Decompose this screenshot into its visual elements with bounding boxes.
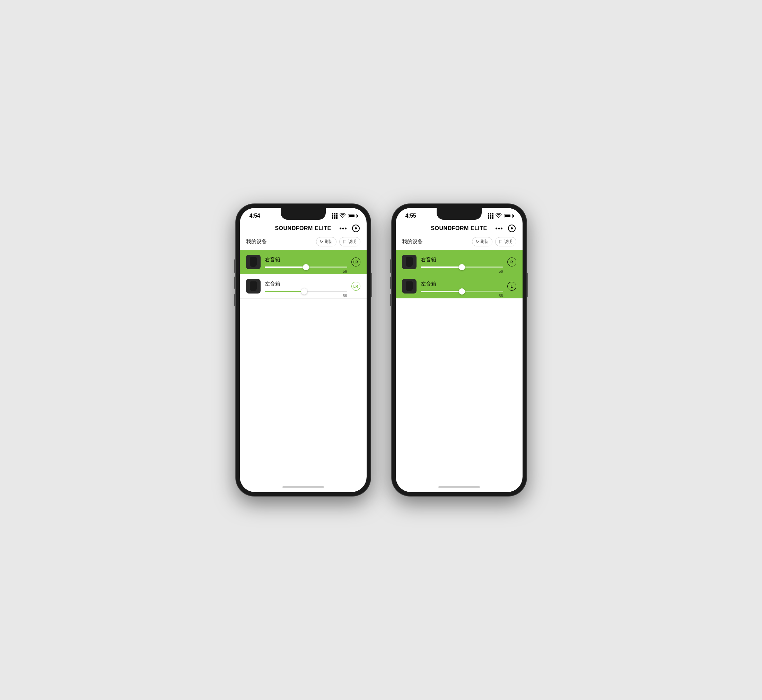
time-right: 4:55 [406,213,416,219]
help-button-right[interactable]: 目 说明 [495,237,516,246]
volume-value-left-1: 56 [343,294,347,298]
refresh-icon-right: ↻ [476,239,479,244]
device-card-left-1[interactable]: 左音箱 56 LR [240,274,367,299]
slider-track-left-0 [265,267,347,268]
header-icons-left: ••• [340,225,360,232]
sub-header-right: 我的设备 ↻ 刷新 目 说明 [396,235,523,250]
slider-thumb-right-0[interactable] [459,264,465,270]
section-title-left: 我的设备 [246,238,267,245]
slider-thumb-right-1[interactable] [459,288,465,295]
speaker-icon-left-0 [246,255,261,269]
wifi-icon-right [495,214,502,218]
volume-slider-left-0[interactable]: 56 [265,267,347,268]
app-title-right: SOUNDFORM ELITE [431,225,487,231]
volume-value-right-1: 56 [499,294,503,298]
refresh-button-left[interactable]: ↻ 刷新 [316,237,336,246]
vol-up-button[interactable] [234,277,236,289]
device-name-left-1: 左音箱 [265,281,347,287]
card-right-right-1: L [507,282,516,291]
volume-slider-right-1[interactable]: 56 [421,291,503,292]
more-options-icon-right[interactable]: ••• [495,225,503,232]
home-indicator-right [396,482,523,492]
channel-badge-left-0: LR [351,258,361,267]
status-icons-left [332,213,357,219]
notch-left [281,208,326,220]
target-icon-left[interactable] [352,225,360,232]
status-icons-right [488,213,513,219]
phone-left-screen: 4:54 [240,208,367,492]
help-icon-left: 目 [343,239,347,244]
refresh-label-left: 刷新 [324,239,333,245]
header-icons-right: ••• [495,225,515,232]
phone-left: 4:54 [236,204,371,496]
card-right-right-0: R [507,258,516,267]
refresh-button-right[interactable]: ↻ 刷新 [472,237,492,246]
device-card-right-1[interactable]: 左音箱 56 L [396,274,523,298]
section-title-right: 我的设备 [402,238,423,245]
phone-right-screen: 4:55 [396,208,523,492]
volume-value-right-0: 56 [499,269,503,273]
device-info-left-1: 左音箱 56 [265,281,347,292]
slider-thumb-left-0[interactable] [303,264,309,270]
battery-icon-right [504,214,513,218]
device-name-right-1: 左音箱 [421,281,503,287]
device-card-left-0[interactable]: 右音箱 56 LR [240,250,367,274]
home-indicator-left [240,482,367,492]
content-area-left: 右音箱 56 LR [240,250,367,482]
volume-slider-left-1[interactable]: 56 [265,291,347,292]
device-info-right-0: 右音箱 56 [421,256,503,268]
slider-track-right-1 [421,291,503,292]
card-right-left-1: LR [351,282,361,291]
refresh-label-right: 刷新 [480,239,489,245]
device-info-right-1: 左音箱 56 [421,281,503,292]
page-container: 4:54 [236,204,527,496]
volume-value-left-0: 56 [343,269,347,273]
vol-up-button-right[interactable] [390,277,392,289]
slider-fill-left-0 [265,267,306,268]
notch-right [437,208,482,220]
device-name-right-0: 右音箱 [421,256,503,263]
content-area-right: 右音箱 56 R [396,250,523,482]
wifi-icon-left [340,214,346,218]
help-icon-right: 目 [499,239,503,244]
slider-track-left-1 [265,291,347,292]
slider-fill-right-0 [421,267,462,268]
battery-fill-left [348,214,354,217]
device-card-right-0[interactable]: 右音箱 56 R [396,250,523,274]
target-icon-right[interactable] [508,225,515,232]
battery-icon-left [348,214,357,218]
header-buttons-right: ↻ 刷新 目 说明 [472,237,516,246]
speaker-icon-right-1 [402,279,417,294]
app-header-left: SOUNDFORM ELITE ••• [240,222,367,235]
grid-icon-left [332,213,337,219]
channel-badge-left-1: LR [351,282,361,291]
help-label-left: 说明 [348,239,356,245]
more-options-icon-left[interactable]: ••• [340,225,347,232]
slider-track-right-0 [421,267,503,268]
home-bar-left [283,486,324,488]
channel-badge-right-1: L [507,282,516,291]
slider-fill-left-1 [265,291,304,292]
slider-fill-right-1 [421,291,462,292]
device-info-left-0: 右音箱 56 [265,256,347,268]
vol-down-button[interactable] [234,294,236,306]
phone-right: 4:55 [392,204,527,496]
header-buttons-left: ↻ 刷新 目 说明 [316,237,361,246]
slider-thumb-left-1[interactable] [301,288,308,295]
volume-slider-right-0[interactable]: 56 [421,267,503,268]
device-name-left-0: 右音箱 [265,256,347,263]
channel-badge-right-0: R [507,258,516,267]
vol-down-button-right[interactable] [390,294,392,306]
time-left: 4:54 [250,213,260,219]
home-bar-right [438,486,480,488]
grid-icon-right [488,213,493,219]
help-label-right: 说明 [504,239,512,245]
speaker-icon-left-1 [246,279,261,294]
help-button-left[interactable]: 目 说明 [339,237,361,246]
speaker-icon-right-0 [402,255,417,269]
card-right-left-0: LR [351,258,361,267]
sub-header-left: 我的设备 ↻ 刷新 目 说明 [240,235,367,250]
refresh-icon-left: ↻ [320,239,323,244]
app-title-left: SOUNDFORM ELITE [275,225,331,231]
battery-fill-right [504,214,511,217]
